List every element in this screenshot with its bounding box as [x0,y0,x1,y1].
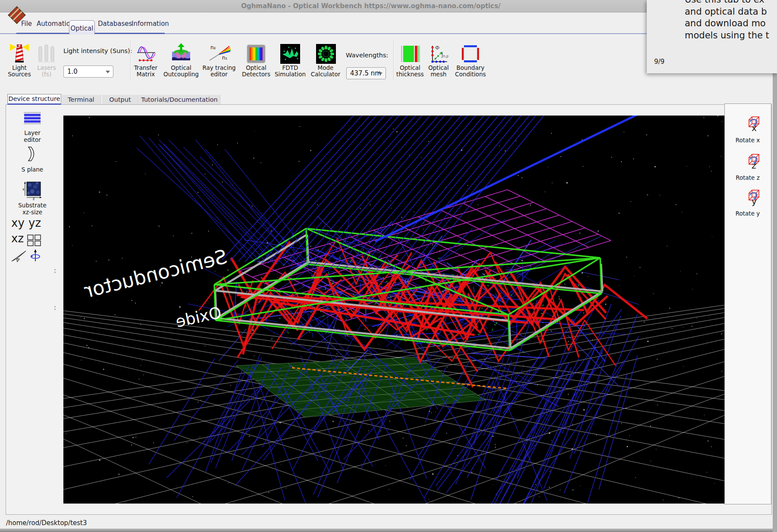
wavelength-combobox[interactable]: 437.5 nm [346,67,386,79]
layer-editor-label: Layer editor [17,129,47,143]
rotate-z-button[interactable]: z Rotate z [725,153,771,169]
boundary-conditions-button[interactable] [461,41,480,64]
rotate-axis-icon [30,249,41,262]
window-right-edge[interactable] [773,0,777,532]
splitter-handle[interactable] [54,306,56,307]
lasers-label: Lasers (fs) [34,65,60,78]
transfer-matrix-button[interactable] [135,41,157,64]
grid-2x2-icon [27,235,41,247]
transfer-matrix-label: Transfer Matrix [131,65,161,78]
app-window: OghmaNano - Optical Workbench https://ww… [0,0,777,532]
optical-outcoupling-label: Optical Outcoupling [162,65,201,78]
svg-text:n₁: n₁ [222,55,228,61]
menu-tab-optical[interactable]: Optical [69,20,95,34]
status-bar-path: /home/rod/Desktop/test3 [6,519,87,527]
light-sources-label: Light Sources [6,65,32,78]
boundary-conditions-icon [461,41,480,64]
tab-tutorials[interactable]: Tutorials/Documentation [139,95,220,104]
s-plane-label: S plane [17,166,47,173]
svg-text:x: x [22,188,25,191]
svg-text:z: z [33,197,34,200]
tooltip-pager: 9/9 [654,58,664,66]
s-plane-icon [27,147,37,161]
tab-terminal[interactable]: Terminal [62,95,101,104]
optical-mesh-button[interactable]: Φ Jn,p [429,41,448,64]
layer-editor-icon [23,112,42,124]
fdtd-label: FDTD Simulation [272,65,308,78]
light-intensity-combobox[interactable]: 1.0 [63,66,113,78]
view-xy-button[interactable]: xy [11,216,25,229]
ray-tracing-icon: n₂ n₁ [208,41,231,64]
ray-tracing-button[interactable]: n₂ n₁ [208,41,231,64]
ray-tracing-label: Ray tracing editor [202,65,236,78]
mode-calculator-button[interactable] [316,41,336,64]
paper-plane-icon [11,250,27,262]
view-yz-button[interactable]: yz [28,216,41,229]
svg-text:Jn,p: Jn,p [441,52,448,58]
optical-thickness-button[interactable] [400,41,421,64]
lighthouse-icon [7,41,31,64]
optical-detectors-label: Optical Detectors [239,65,273,78]
light-intensity-label: Light intensity (Suns): [63,47,132,54]
fly-through-button[interactable] [11,250,27,264]
chevron-down-icon[interactable] [378,72,382,75]
tutorial-tooltip: Use this tab to ex and optical data b an… [647,0,777,73]
layer-editor-button[interactable] [23,112,42,126]
fdtd-button[interactable] [280,41,301,64]
substrate-label: Substrate xz-size [14,202,50,216]
splitter-handle[interactable] [54,269,56,270]
splitter-handle[interactable] [54,309,56,310]
optical-thickness-label: Optical thickness [393,65,427,78]
substrate-button[interactable]: x z [22,181,42,202]
window-title: OghmaNano - Optical Workbench https://ww… [0,2,742,10]
optical-mesh-icon: Φ Jn,p [429,41,448,64]
app-logo-icon [7,6,27,27]
fdtd-simulation-icon [280,41,301,64]
rotate-view-button[interactable] [30,249,41,264]
tab-output[interactable]: Output [102,95,138,104]
transfer-matrix-icon [135,41,157,64]
optical-outcoupling-button[interactable] [170,41,192,64]
svg-text:Φ: Φ [435,44,439,51]
rotate-x-button[interactable]: x Rotate x [725,116,771,131]
wavelength-value: 437.5 nm [350,69,381,77]
window-bottom-edge [0,529,777,532]
chevron-down-icon[interactable] [106,71,110,73]
rotate-y-button[interactable]: y Rotate y [725,189,771,205]
optical-thickness-icon [400,41,421,64]
tab-device-structure[interactable]: Device structure [7,94,61,105]
four-view-grid-button[interactable] [27,235,41,248]
mode-calculator-icon [316,41,336,64]
optical-outcoupling-icon [170,41,192,64]
splitter-handle[interactable] [54,272,56,273]
svg-text:n₂: n₂ [210,44,216,50]
view-xz-button[interactable]: xz [11,232,24,245]
tooltip-text: Use this tab to ex and optical data b an… [685,0,777,41]
3d-device-viewport[interactable]: Semiconductor Oxide [63,116,732,504]
optical-detectors-icon [246,41,266,64]
scene-label-semiconductor: Semiconductor [82,245,229,303]
light-sources-button[interactable] [7,41,31,64]
optical-mesh-label: Optical mesh [425,65,452,78]
s-plane-button[interactable] [27,147,37,163]
wavelengths-label: Wavelengths: [346,52,388,59]
menu-tab-information[interactable]: Information [132,20,169,28]
rotate-panel: x Rotate x z Rotate z [724,103,771,504]
light-intensity-value: 1.0 [67,68,78,75]
lasers-icon [34,41,59,64]
substrate-xz-icon: x z [22,181,42,200]
lasers-button[interactable] [34,41,59,64]
optical-detectors-button[interactable] [246,41,266,64]
menu-tab-databases[interactable]: Databases [98,20,132,28]
boundary-conditions-label: Boundary Conditions [451,65,490,78]
mode-calculator-label: Mode Calculator [308,65,343,78]
